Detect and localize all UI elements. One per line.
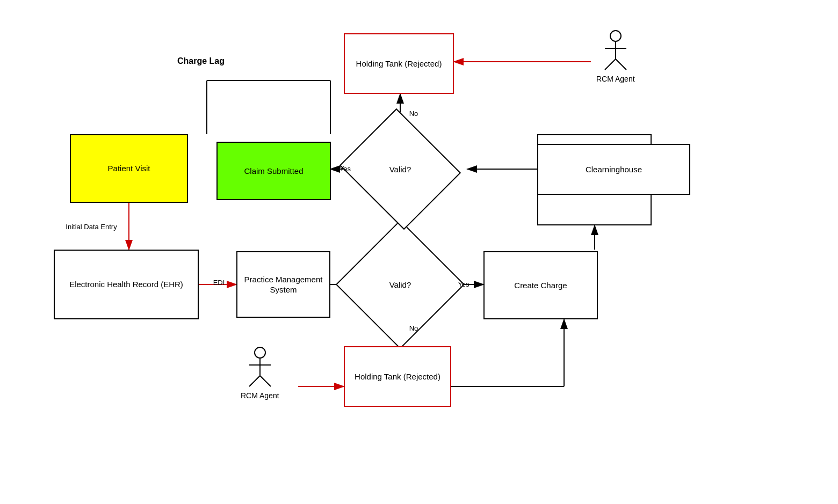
- svg-line-23: [605, 59, 616, 70]
- edi-label: EDI: [204, 276, 234, 290]
- no2-label: No: [403, 322, 424, 335]
- flowchart-container: Charge Lag Patient Visit Claim Submitted…: [0, 0, 838, 504]
- rcm-agent-bottom: RCM Agent: [241, 346, 279, 400]
- rcm-agent-top: RCM Agent: [596, 30, 635, 83]
- valid2-diamond: Valid?: [355, 129, 446, 209]
- charge-lag-label: Charge Lag: [177, 56, 225, 66]
- claim-submitted-node: Claim Submitted: [216, 142, 331, 200]
- svg-line-24: [616, 59, 626, 70]
- svg-point-20: [610, 31, 621, 41]
- svg-line-29: [260, 376, 271, 386]
- ehr-node: Electronic Health Record (EHR): [54, 250, 199, 319]
- valid1-diamond: Valid?: [355, 239, 446, 330]
- svg-line-28: [249, 376, 260, 386]
- clearninghouse-node: Clearninghouse: [537, 144, 690, 195]
- rcm-agent-top-label: RCM Agent: [596, 75, 635, 83]
- yes1-label: Yes: [333, 163, 357, 176]
- yes2-label: Yes: [447, 278, 480, 291]
- svg-point-25: [255, 347, 265, 358]
- no1-label: No: [403, 107, 424, 121]
- pms-node: Practice Management System: [236, 251, 330, 318]
- holding-tank-top-node: Holding Tank (Rejected): [344, 33, 454, 94]
- initial-data-entry-label: Initial Data Entry: [54, 219, 129, 235]
- patient-visit-node: Patient Visit: [70, 134, 188, 203]
- holding-tank-bottom-node: Holding Tank (Rejected): [344, 346, 451, 407]
- create-charge-node: Create Charge: [483, 251, 598, 319]
- rcm-agent-bottom-label: RCM Agent: [241, 391, 279, 400]
